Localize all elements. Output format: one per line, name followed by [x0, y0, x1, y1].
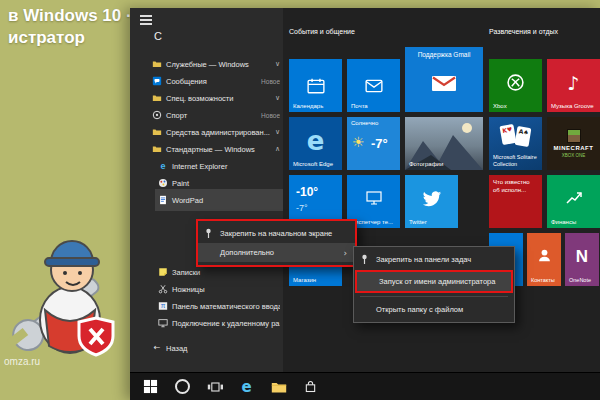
task-view-button[interactable]: [206, 378, 223, 395]
chevron-down-icon: ∨: [275, 128, 280, 136]
edge-taskbar-icon[interactable]: e: [238, 378, 255, 395]
tile-gmail-support[interactable]: Поддержка Gmail: [405, 47, 483, 112]
app-item-admin-tools-folder[interactable]: Средства администрирован... ∨: [152, 124, 280, 140]
hamburger-menu-icon[interactable]: [140, 15, 152, 27]
back-button[interactable]: ← Назад: [152, 340, 280, 356]
svg-text:π: π: [161, 302, 166, 309]
more-submenu: Закрепить на панели задач Запуск от имен…: [353, 246, 515, 323]
windows-screenshot: С Служебные — Windows ∨ Сообщения Новое …: [130, 8, 600, 400]
app-item-snipping-tool[interactable]: Ножницы: [158, 281, 280, 297]
tile-minecraft[interactable]: MINECRAFT XBOX ONE: [547, 117, 600, 170]
taskbar: e: [130, 372, 600, 400]
menu-separator: [360, 296, 508, 297]
menu-item-more[interactable]: Дополнительно ›: [198, 243, 355, 262]
folder-icon: [152, 127, 162, 137]
cortana-search-button[interactable]: [174, 378, 191, 395]
app-item-internet-explorer[interactable]: e Internet Explorer: [158, 158, 280, 174]
minecraft-block-icon: [567, 129, 581, 143]
tutorial-title: в Windows 10 · истратор: [8, 5, 132, 49]
pin-icon: [360, 254, 369, 265]
wordpad-context-menu: Закрепить на начальном экране Дополнител…: [196, 219, 357, 267]
annotation-highlight: Запуск от имени администратора: [355, 270, 513, 293]
tile-xbox[interactable]: Xbox: [489, 59, 542, 112]
tile-onenote[interactable]: N OneNote: [565, 233, 599, 286]
new-badge: Новое: [261, 78, 280, 85]
tutorial-title-line1: в Windows 10 ·: [8, 5, 132, 27]
app-item-messaging[interactable]: Сообщения Новое: [152, 73, 280, 89]
menu-item-open-file-location[interactable]: Открыть папку с файлом: [354, 300, 514, 319]
tile-weather[interactable]: Солнечно ☀ -7°: [347, 117, 400, 170]
tile-group-title[interactable]: События и общение: [289, 28, 355, 35]
messaging-icon: [152, 76, 162, 86]
tile-solitaire[interactable]: K♥ A♠ Microsoft Solitaire Collection: [489, 117, 542, 170]
wordpad-icon: [158, 195, 168, 205]
tile-group-title[interactable]: Развлечения и отдых: [489, 28, 558, 35]
tutorial-image: в Windows 10 · истратор omza.ru С Служеб…: [0, 0, 600, 400]
sports-icon: [152, 110, 162, 120]
tile-groove-music[interactable]: ♪ Музыка Groove: [547, 59, 600, 112]
tile-microsoft-edge[interactable]: e Microsoft Edge: [289, 117, 342, 170]
pin-icon: [204, 228, 213, 239]
section-letter[interactable]: С: [154, 30, 162, 42]
gmail-icon: [405, 55, 483, 112]
tile-twitter[interactable]: Twitter: [405, 175, 458, 228]
menu-item-pin-to-start[interactable]: Закрепить на начальном экране: [198, 224, 355, 243]
chevron-up-icon: ∧: [275, 145, 280, 153]
tile-finance[interactable]: Финансы: [547, 175, 600, 228]
start-button[interactable]: [142, 378, 159, 395]
back-arrow-icon: ←: [152, 343, 162, 353]
sticky-notes-icon: [158, 267, 168, 277]
mascot-illustration: [0, 202, 132, 372]
app-item-accessories-folder[interactable]: Стандартные — Windows ∧: [152, 141, 280, 157]
store-taskbar-icon[interactable]: [302, 378, 319, 395]
paint-icon: [158, 178, 168, 188]
tile-mail[interactable]: Почта: [347, 59, 400, 112]
tutorial-title-line2: истратор: [8, 27, 132, 49]
folder-icon: [152, 59, 162, 69]
tile-people[interactable]: Контакты: [527, 233, 561, 286]
app-item-wordpad[interactable]: WordPad: [158, 192, 280, 208]
app-item-math-input-panel[interactable]: π Панель математического ввода: [158, 298, 280, 314]
app-item-windows-system-folder[interactable]: Служебные — Windows ∨: [152, 56, 280, 72]
watermark: omza.ru: [4, 356, 40, 367]
app-item-sport[interactable]: Спорт Новое: [152, 107, 280, 123]
remote-desktop-icon: [158, 318, 168, 328]
tile-news[interactable]: Что известно об исполн...: [489, 175, 542, 228]
new-badge: Новое: [261, 112, 280, 119]
app-item-paint[interactable]: Paint: [158, 175, 280, 191]
menu-item-pin-to-taskbar[interactable]: Закрепить на панели задач: [354, 250, 514, 269]
playing-card: A♠: [515, 126, 532, 147]
folder-icon: [152, 144, 162, 154]
folder-icon: [152, 93, 162, 103]
app-item-remote-desktop[interactable]: Подключение к удаленному ра...: [158, 315, 280, 331]
chevron-down-icon: ∨: [275, 94, 280, 102]
file-explorer-icon[interactable]: [270, 378, 287, 395]
submenu-arrow-icon: ›: [343, 248, 347, 258]
chevron-down-icon: ∨: [275, 60, 280, 68]
internet-explorer-icon: e: [158, 161, 168, 171]
math-input-icon: π: [158, 301, 168, 311]
menu-item-run-as-administrator[interactable]: Запуск от имени администратора: [357, 272, 511, 291]
sun-icon: ☀: [352, 134, 365, 150]
app-item-ease-of-access-folder[interactable]: Спец. возможности ∨: [152, 90, 280, 106]
snipping-tool-icon: [158, 284, 168, 294]
tile-photos[interactable]: Фотографии: [405, 117, 483, 170]
tile-calendar[interactable]: Календарь: [289, 59, 342, 112]
